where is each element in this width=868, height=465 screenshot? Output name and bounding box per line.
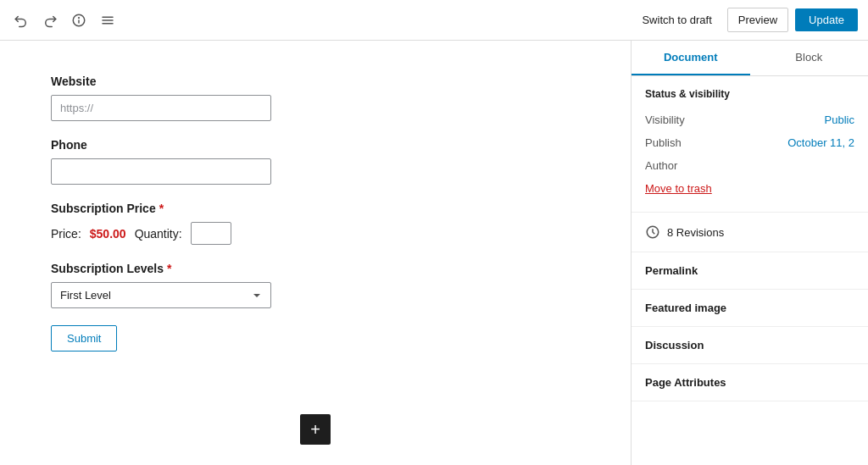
toolbar-left bbox=[10, 9, 119, 31]
add-block-button[interactable]: + bbox=[300, 414, 331, 445]
tab-document[interactable]: Document bbox=[632, 41, 750, 75]
author-row[interactable]: Author bbox=[645, 154, 854, 177]
redo-button[interactable] bbox=[39, 9, 61, 31]
toolbar-right: Switch to draft Preview Update bbox=[633, 8, 858, 32]
revisions-row[interactable]: 8 Revisions bbox=[632, 213, 868, 252]
move-to-trash-link[interactable]: Move to trash bbox=[645, 177, 854, 200]
discussion-row[interactable]: Discussion bbox=[632, 327, 868, 364]
info-button[interactable] bbox=[68, 9, 90, 31]
visibility-value: Public bbox=[825, 113, 854, 126]
phone-field-group: Phone bbox=[51, 138, 339, 185]
editor-area: Website Phone Subscription Price* Price:… bbox=[0, 41, 631, 465]
subscription-levels-field-group: Subscription Levels* First Level Second … bbox=[51, 262, 339, 308]
undo-button[interactable] bbox=[10, 9, 32, 31]
quantity-input[interactable] bbox=[191, 222, 231, 245]
required-asterisk: * bbox=[159, 202, 164, 215]
price-value: $50.00 bbox=[90, 227, 126, 241]
visibility-label: Visibility bbox=[645, 113, 685, 126]
submit-button[interactable]: Submit bbox=[51, 325, 117, 352]
featured-image-row[interactable]: Featured image bbox=[632, 290, 868, 327]
update-button[interactable]: Update bbox=[795, 8, 858, 31]
toolbar: Switch to draft Preview Update bbox=[0, 0, 868, 41]
switch-to-draft-button[interactable]: Switch to draft bbox=[633, 8, 720, 31]
website-field-group: Website bbox=[51, 75, 339, 121]
sidebar-tabs: Document Block bbox=[632, 41, 868, 76]
subscription-levels-label: Subscription Levels* bbox=[51, 262, 339, 275]
page-attributes-row[interactable]: Page Attributes bbox=[632, 364, 868, 401]
website-input[interactable] bbox=[51, 95, 271, 121]
tab-block[interactable]: Block bbox=[750, 41, 869, 75]
status-visibility-title: Status & visibility bbox=[645, 88, 854, 100]
author-label: Author bbox=[645, 159, 677, 172]
price-row: Price: $50.00 Quantity: bbox=[51, 222, 339, 245]
form-section: Website Phone Subscription Price* Price:… bbox=[51, 75, 339, 352]
subscription-price-field-group: Subscription Price* Price: $50.00 Quanti… bbox=[51, 202, 339, 245]
subscription-price-label: Subscription Price* bbox=[51, 202, 339, 215]
phone-input[interactable] bbox=[51, 158, 271, 185]
price-text-label: Price: bbox=[51, 227, 81, 241]
website-label: Website bbox=[51, 75, 339, 88]
visibility-row[interactable]: Visibility Public bbox=[645, 108, 854, 131]
levels-required-asterisk: * bbox=[167, 262, 171, 275]
preview-button[interactable]: Preview bbox=[727, 8, 788, 32]
publish-label: Publish bbox=[645, 136, 682, 149]
revisions-label: 8 Revisions bbox=[667, 226, 724, 239]
permalink-row[interactable]: Permalink bbox=[632, 252, 868, 290]
list-view-button[interactable] bbox=[97, 9, 119, 31]
publish-value: October 11, 2 bbox=[787, 136, 854, 149]
publish-row[interactable]: Publish October 11, 2 bbox=[645, 131, 854, 154]
subscription-levels-select[interactable]: First Level Second Level Third Level bbox=[51, 282, 271, 308]
main-layout: Website Phone Subscription Price* Price:… bbox=[0, 41, 868, 465]
quantity-text-label: Quantity: bbox=[135, 227, 182, 241]
revisions-icon bbox=[645, 224, 660, 240]
phone-label: Phone bbox=[51, 138, 339, 152]
sidebar: Document Block Status & visibility Visib… bbox=[631, 41, 868, 465]
status-visibility-section: Status & visibility Visibility Public Pu… bbox=[632, 76, 868, 213]
